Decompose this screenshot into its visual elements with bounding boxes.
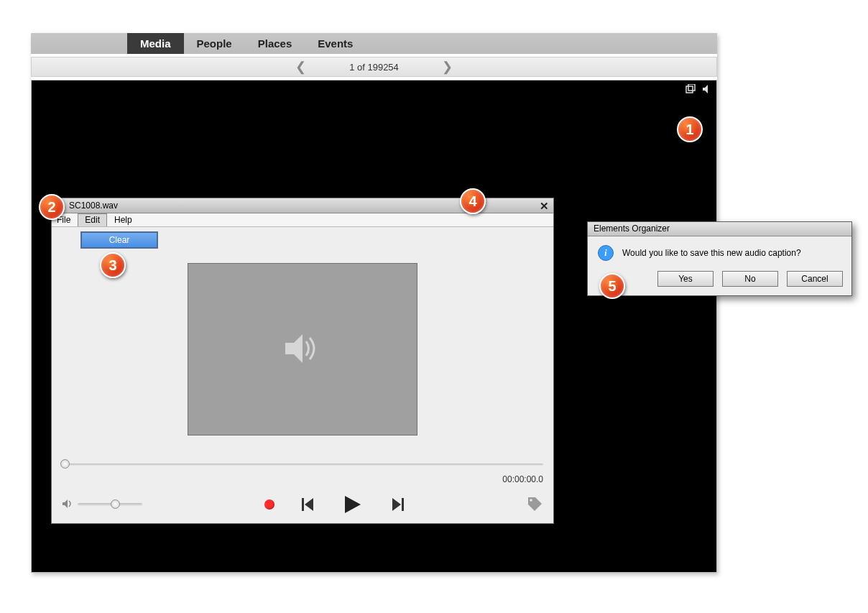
step-forward-button[interactable] bbox=[389, 497, 404, 512]
svg-marker-4 bbox=[63, 499, 68, 508]
pager-prev-icon[interactable]: ❮ bbox=[295, 59, 306, 75]
pager-next-icon[interactable]: ❯ bbox=[442, 59, 453, 75]
tag-icon[interactable] bbox=[526, 495, 543, 515]
info-icon: i bbox=[598, 245, 614, 261]
tab-media[interactable]: Media bbox=[127, 33, 184, 54]
audio-body: 00:00:00.0 bbox=[52, 263, 553, 523]
svg-marker-7 bbox=[345, 496, 361, 513]
seek-knob[interactable] bbox=[60, 459, 70, 469]
svg-rect-0 bbox=[686, 86, 693, 93]
audio-window-title: SC1008.wav bbox=[56, 201, 118, 211]
edit-menu-dropdown: Clear bbox=[80, 231, 158, 249]
cancel-button[interactable]: Cancel bbox=[787, 271, 843, 287]
audio-thumbnail bbox=[188, 263, 417, 435]
svg-rect-6 bbox=[302, 498, 304, 511]
pager-label: 1 of 199254 bbox=[349, 62, 399, 73]
play-button[interactable] bbox=[343, 494, 362, 515]
no-button[interactable]: No bbox=[722, 271, 778, 287]
tab-events[interactable]: Events bbox=[305, 33, 366, 54]
windows-icon[interactable] bbox=[685, 83, 696, 95]
audio-caption-icon[interactable] bbox=[701, 83, 712, 95]
seek-slider[interactable] bbox=[62, 457, 543, 471]
svg-rect-1 bbox=[688, 84, 695, 91]
volume-knob[interactable] bbox=[111, 499, 120, 509]
svg-rect-9 bbox=[402, 498, 404, 511]
svg-point-11 bbox=[530, 499, 532, 502]
record-button[interactable] bbox=[264, 499, 274, 510]
volume-slider[interactable] bbox=[78, 503, 142, 506]
speaker-icon bbox=[282, 331, 323, 368]
svg-marker-5 bbox=[305, 498, 313, 511]
annotation-badge-4: 4 bbox=[460, 188, 486, 214]
tab-people[interactable]: People bbox=[184, 33, 245, 54]
volume-icon[interactable] bbox=[62, 498, 73, 512]
annotation-badge-5: 5 bbox=[599, 273, 625, 299]
confirm-message: Would you like to save this new audio ca… bbox=[622, 248, 801, 258]
main-tabbar: Media People Places Events bbox=[31, 33, 717, 54]
audio-menubar: File Edit Help bbox=[52, 213, 553, 227]
save-confirm-dialog: Elements Organizer i Would you like to s… bbox=[587, 221, 852, 296]
svg-marker-3 bbox=[285, 334, 303, 363]
annotation-badge-3: 3 bbox=[100, 252, 126, 278]
volume-control bbox=[62, 498, 142, 512]
annotation-badge-2: 2 bbox=[39, 194, 65, 220]
menu-item-clear[interactable]: Clear bbox=[81, 232, 157, 248]
yes-button[interactable]: Yes bbox=[657, 271, 714, 287]
tab-places[interactable]: Places bbox=[245, 33, 305, 54]
svg-marker-2 bbox=[703, 85, 708, 93]
menu-help[interactable]: Help bbox=[107, 213, 139, 226]
close-icon[interactable]: ✕ bbox=[540, 200, 549, 213]
annotation-badge-1: 1 bbox=[677, 116, 703, 142]
confirm-titlebar[interactable]: Elements Organizer bbox=[588, 222, 851, 236]
pager-bar: ❮ 1 of 199254 ❯ bbox=[31, 57, 717, 77]
step-back-button[interactable] bbox=[302, 497, 316, 512]
timecode-label: 00:00:00.0 bbox=[59, 474, 546, 484]
menu-edit[interactable]: Edit bbox=[78, 213, 107, 226]
svg-marker-8 bbox=[392, 498, 401, 511]
transport-controls bbox=[59, 494, 546, 515]
